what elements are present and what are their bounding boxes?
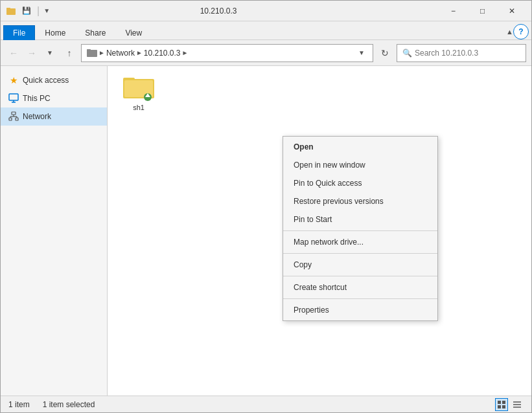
up-button[interactable]: ↑ — [60, 44, 78, 62]
svg-rect-8 — [9, 118, 12, 120]
search-input[interactable] — [415, 49, 520, 58]
large-icons-view-button[interactable] — [495, 398, 508, 411]
ctx-open-new-window[interactable]: Open in new window — [283, 156, 437, 174]
help-button[interactable]: ? — [513, 24, 529, 39]
sidebar-label-network: Network — [23, 112, 51, 121]
address-bar[interactable]: ► Network ► 10.210.0.3 ► ▼ — [81, 44, 373, 62]
view-controls — [495, 398, 524, 411]
breadcrumb-folder-icon — [87, 49, 97, 58]
ribbon: File Home Share View ▲ ? — [1, 21, 531, 40]
window-controls: − □ ✕ — [439, 1, 526, 21]
explorer-window: 💾 | ▼ 10.210.0.3 − □ ✕ File Home Share V… — [0, 0, 532, 413]
svg-rect-4 — [9, 94, 18, 100]
folder-label: sh1 — [133, 104, 145, 111]
ctx-open[interactable]: Open — [283, 138, 437, 156]
folder-icon-wrapper — [123, 75, 154, 101]
ctx-separator-4 — [283, 298, 437, 299]
sidebar-item-this-pc[interactable]: This PC — [1, 89, 107, 107]
folder-network-overlay — [141, 88, 154, 101]
ctx-properties[interactable]: Properties — [283, 301, 437, 319]
breadcrumb-ip[interactable]: 10.210.0.3 — [144, 49, 181, 58]
breadcrumb: ► Network ► 10.210.0.3 ► — [87, 49, 188, 58]
refresh-button[interactable]: ↻ — [376, 44, 394, 62]
ctx-pin-quick-access[interactable]: Pin to Quick access — [283, 174, 437, 192]
file-area: sh1 Open Open in new window Pin to Quick… — [108, 66, 531, 396]
search-box[interactable]: 🔍 — [397, 44, 526, 62]
svg-rect-21 — [498, 405, 501, 408]
selected-count: 1 item selected — [43, 400, 95, 409]
details-icon — [513, 400, 522, 409]
svg-rect-20 — [502, 401, 505, 404]
minimize-button[interactable]: − — [439, 1, 468, 21]
sidebar-label-quick-access: Quick access — [23, 76, 69, 85]
address-dropdown-button[interactable]: ▼ — [356, 49, 367, 56]
network-overlay-icon — [141, 88, 154, 101]
address-row: ← → ▼ ↑ ► Network ► 10.210.0.3 ► ▼ ↻ 🔍 — [1, 40, 531, 66]
ctx-map-drive[interactable]: Map network drive... — [283, 233, 437, 251]
window-title: 10.210.0.3 — [0, 6, 439, 16]
network-svg-icon — [8, 111, 19, 122]
ribbon-tabs: File Home Share View ▲ ? — [1, 21, 531, 39]
large-icons-icon — [497, 400, 506, 409]
title-bar: 💾 | ▼ 10.210.0.3 − □ ✕ — [1, 1, 531, 21]
search-icon: 🔍 — [402, 49, 412, 58]
monitor-icon — [8, 93, 19, 104]
status-bar: 1 item 1 item selected — [1, 396, 531, 412]
close-button[interactable]: ✕ — [497, 1, 526, 21]
svg-rect-19 — [498, 401, 501, 404]
maximize-button[interactable]: □ — [468, 1, 497, 21]
ctx-separator-3 — [283, 276, 437, 276]
svg-rect-3 — [87, 49, 91, 51]
tab-share[interactable]: Share — [75, 25, 115, 40]
ctx-separator-2 — [283, 253, 437, 254]
sidebar-label-this-pc: This PC — [23, 94, 51, 103]
ribbon-right: ▲ ? — [506, 24, 531, 39]
folder-item-sh1[interactable]: sh1 — [113, 71, 165, 115]
svg-rect-7 — [12, 112, 16, 115]
sidebar-item-network[interactable]: Network — [1, 107, 107, 126]
recent-locations-button[interactable]: ▼ — [42, 45, 58, 61]
svg-rect-9 — [16, 118, 18, 120]
ctx-separator-1 — [283, 230, 437, 231]
content-area: ★ Quick access This PC — [1, 66, 531, 396]
collapse-ribbon-icon[interactable]: ▲ — [506, 28, 513, 36]
item-count: 1 item — [8, 400, 30, 409]
tab-file[interactable]: File — [3, 25, 35, 40]
ctx-pin-start[interactable]: Pin to Start — [283, 210, 437, 229]
ctx-restore-versions[interactable]: Restore previous versions — [283, 192, 437, 210]
breadcrumb-separator-2: ► — [136, 49, 143, 56]
context-menu: Open Open in new window Pin to Quick acc… — [283, 136, 438, 321]
forward-button[interactable]: → — [24, 45, 40, 61]
back-button[interactable]: ← — [6, 45, 21, 61]
breadcrumb-separator-1: ► — [98, 49, 105, 56]
ctx-copy[interactable]: Copy — [283, 256, 437, 274]
star-icon: ★ — [8, 75, 19, 85]
sidebar-item-quick-access[interactable]: ★ Quick access — [1, 71, 107, 89]
tab-home[interactable]: Home — [35, 25, 75, 40]
tab-view[interactable]: View — [115, 25, 152, 40]
network-icon — [8, 111, 19, 122]
details-view-button[interactable] — [511, 398, 524, 411]
pc-icon — [8, 93, 19, 104]
breadcrumb-network[interactable]: Network — [106, 49, 135, 58]
breadcrumb-separator-3: ► — [182, 49, 189, 56]
sidebar: ★ Quick access This PC — [1, 66, 108, 396]
ctx-create-shortcut[interactable]: Create shortcut — [283, 278, 437, 296]
svg-rect-22 — [502, 405, 505, 408]
